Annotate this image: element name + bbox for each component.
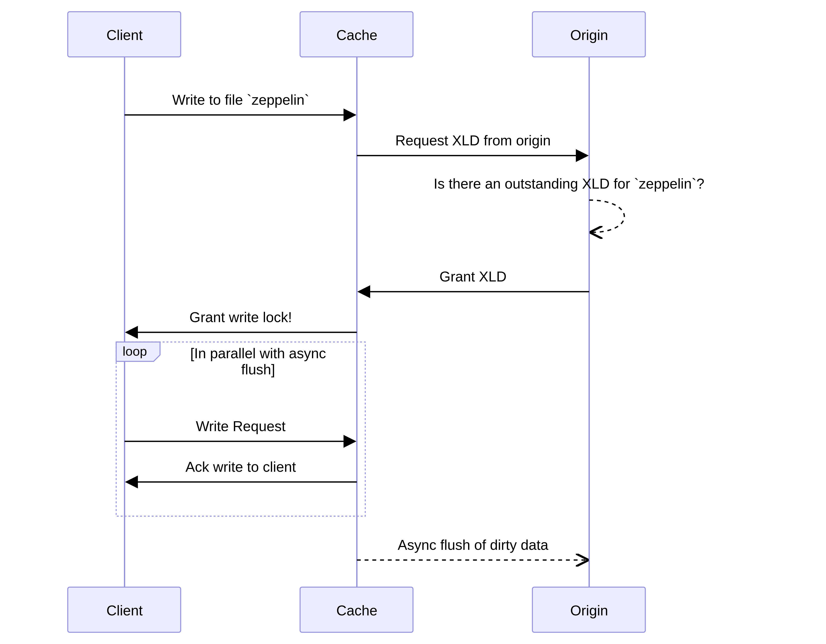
msg3-label: Is there an outstanding XLD for `zeppeli…	[434, 176, 704, 192]
msg5-label: Grant write lock!	[189, 309, 292, 325]
actor-origin-top: Origin	[533, 12, 645, 57]
actor-client-label-top: Client	[107, 27, 143, 43]
actor-cache-bottom: Cache	[300, 587, 413, 632]
loop-condition-2: flush]	[241, 362, 275, 377]
actor-origin-label-top: Origin	[570, 27, 608, 43]
msg2-label: Request XLD from origin	[395, 132, 551, 148]
actor-cache-label-top: Cache	[337, 27, 377, 43]
msg4-label: Grant XLD	[439, 268, 506, 284]
actor-cache-label-bottom: Cache	[337, 602, 377, 618]
msg1-label: Write to file `zeppelin`	[172, 92, 309, 108]
msg7-label: Ack write to client	[185, 459, 296, 475]
msg3-self-arrow	[589, 200, 624, 233]
actor-origin-label-bottom: Origin	[570, 602, 608, 618]
msg8-label: Async flush of dirty data	[398, 537, 548, 553]
loop-tag-label: loop	[123, 344, 147, 358]
actor-cache-top: Cache	[300, 12, 413, 57]
loop-condition-1: [In parallel with async	[190, 345, 326, 361]
msg6-label: Write Request	[196, 418, 286, 434]
sequence-diagram: Client Cache Origin Write to file `zeppe…	[0, 0, 826, 644]
actor-origin-bottom: Origin	[533, 587, 645, 632]
actor-client-top: Client	[68, 12, 181, 57]
actor-client-bottom: Client	[68, 587, 181, 632]
actor-client-label-bottom: Client	[107, 602, 143, 618]
